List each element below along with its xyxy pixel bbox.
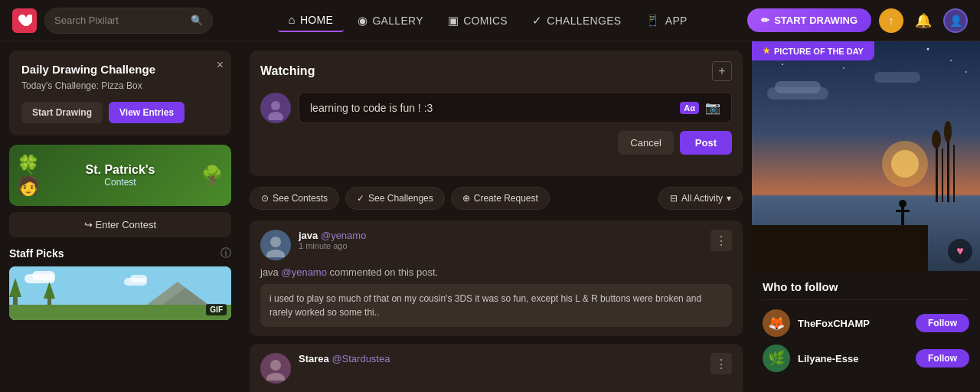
watching-box: Watching + learning to code is fun ! :3 … — [250, 51, 743, 176]
left-sidebar: × Daily Drawing Challenge Today's Challe… — [0, 41, 240, 392]
activity-comment: i used to play so much of that on my cou… — [260, 284, 732, 327]
staff-pick-image: GIF — [9, 266, 231, 320]
activity-more-button[interactable]: ⋮ — [710, 230, 732, 251]
user-avatar[interactable]: 👤 — [943, 8, 968, 33]
nav-gallery-label: GALLERY — [372, 15, 423, 27]
emoji-button[interactable]: Aα — [680, 102, 699, 114]
compose-icons: Aα 📷 — [680, 100, 720, 115]
watching-header: Watching + — [260, 61, 732, 81]
staff-picks-header: Staff Picks ⓘ — [9, 247, 231, 260]
nav-challenges[interactable]: ✓ CHALLENGES — [521, 9, 632, 32]
request-filter-icon: ⊕ — [462, 193, 470, 204]
activity-avatar — [260, 230, 291, 260]
heart-button[interactable]: ♥ — [948, 239, 972, 263]
compose-input[interactable]: learning to code is fun ! :3 Aα 📷 — [299, 92, 732, 123]
start-drawing-challenge-button[interactable]: Start Drawing — [21, 102, 103, 123]
app-icon: 📱 — [645, 14, 660, 28]
activity-meta: java @yenamo 1 minute ago — [299, 230, 703, 250]
right-sidebar: ★ PICTURE OF THE DAY — [752, 41, 980, 392]
svg-rect-5 — [130, 275, 147, 283]
daily-challenge-buttons: Start Drawing View Entries — [21, 102, 219, 123]
star-icon: ★ — [763, 46, 770, 56]
see-challenges-label: See Challenges — [368, 193, 433, 204]
svg-point-39 — [843, 67, 844, 69]
activity-handle: @yenamo — [321, 230, 366, 241]
close-challenge-button[interactable]: × — [217, 58, 224, 72]
svg-rect-28 — [942, 149, 943, 202]
challenges-icon: ✓ — [532, 14, 542, 28]
filter-icon: ⊟ — [670, 193, 678, 204]
daily-challenge-card: × Daily Drawing Challenge Today's Challe… — [9, 51, 231, 136]
notification-button[interactable]: 🔔 — [911, 8, 936, 33]
create-request-button[interactable]: ⊕ Create Request — [451, 187, 550, 210]
logo[interactable] — [12, 8, 37, 33]
nav-home[interactable]: ⌂ HOME — [278, 8, 345, 32]
potd-label: PICTURE OF THE DAY — [774, 47, 864, 56]
nav-challenges-label: CHALLENGES — [547, 15, 621, 27]
svg-point-35 — [899, 200, 906, 207]
follow-name-1: TheFoxCHAMP — [798, 318, 908, 329]
follow-name-2: Lilyane-Esse — [798, 353, 908, 364]
activity-username: java — [299, 230, 318, 241]
see-challenges-button[interactable]: ✓ See Challenges — [345, 187, 445, 210]
center-panel: Watching + learning to code is fun ! :3 … — [240, 41, 752, 392]
svg-point-41 — [950, 60, 952, 61]
svg-rect-3 — [32, 271, 55, 280]
pencil-icon: ✏ — [761, 15, 769, 26]
navbar: 🔍 ⌂ HOME ◉ GALLERY ▣ COMICS ✓ CHALLENGES… — [0, 0, 980, 41]
svg-point-21 — [891, 150, 919, 178]
start-drawing-label: START DRAWING — [774, 15, 858, 26]
search-input[interactable] — [54, 15, 186, 26]
filter-bar: ⊙ See Contests ✓ See Challenges ⊕ Create… — [250, 187, 743, 210]
activity-username-2: Starea — [299, 353, 329, 364]
contest-title: St. Patrick's — [86, 163, 155, 177]
follow-button-2[interactable]: Follow — [916, 349, 969, 368]
staff-pick-svg — [9, 266, 231, 320]
svg-rect-29 — [947, 133, 949, 202]
follow-button-1[interactable]: Follow — [916, 314, 969, 332]
start-drawing-button[interactable]: ✏ START DRAWING — [747, 8, 871, 32]
nav-gallery[interactable]: ◉ GALLERY — [347, 9, 434, 32]
compose-area: learning to code is fun ! :3 Aα 📷 — [260, 92, 732, 123]
nav-comics[interactable]: ▣ COMICS — [437, 9, 518, 32]
activity-item-2-header: Starea @Stardustea ⋮ — [260, 353, 732, 384]
follow-avatar-2: 🌿 — [763, 345, 790, 372]
potd-image — [752, 41, 980, 271]
all-activity-dropdown[interactable]: ⊟ All Activity ▾ — [658, 187, 743, 210]
heart-icon: ♥ — [956, 244, 964, 258]
who-to-follow-title: Who to follow — [763, 280, 969, 300]
cancel-post-button[interactable]: Cancel — [618, 131, 673, 155]
staff-picks-info-icon[interactable]: ⓘ — [220, 247, 231, 260]
nav-app[interactable]: 📱 APP — [635, 9, 697, 32]
activity-handle-2: @Stardustea — [332, 353, 390, 364]
follow-item-2: 🌿 Lilyane-Esse Follow — [763, 345, 969, 372]
search-bar[interactable]: 🔍 — [44, 8, 213, 34]
activity-more-button-2[interactable]: ⋮ — [710, 353, 732, 374]
follow-avatar-1: 🦊 — [763, 309, 790, 337]
upload-button[interactable]: ↑ — [879, 8, 903, 33]
staff-picks-title: Staff Picks — [9, 247, 64, 260]
svg-point-17 — [270, 360, 281, 371]
post-button[interactable]: Post — [680, 131, 732, 155]
activity-avatar-2 — [260, 353, 291, 384]
potd-banner: ★ PICTURE OF THE DAY — [752, 41, 980, 271]
follow-item-1: 🦊 TheFoxCHAMP Follow — [763, 309, 969, 337]
comics-icon: ▣ — [448, 14, 459, 28]
see-contests-label: See Contests — [273, 193, 328, 204]
svg-rect-24 — [874, 72, 920, 83]
nav-links: ⌂ HOME ◉ GALLERY ▣ COMICS ✓ CHALLENGES 📱… — [228, 8, 747, 32]
svg-rect-23 — [775, 81, 821, 93]
activity-handle-link[interactable]: @yenamo — [281, 266, 326, 278]
nav-comics-label: COMICS — [463, 15, 508, 27]
add-watching-button[interactable]: + — [712, 61, 732, 81]
svg-point-43 — [927, 48, 929, 51]
enter-contest-button[interactable]: ↪ Enter Contest — [9, 212, 231, 237]
avatar-image: 👤 — [949, 15, 962, 27]
activity-meta-2: Starea @Stardustea — [299, 353, 703, 364]
dropdown-icon: ▾ — [727, 193, 731, 204]
see-contests-button[interactable]: ⊙ See Contests — [250, 187, 339, 210]
create-request-label: Create Request — [474, 193, 538, 204]
view-entries-button[interactable]: View Entries — [109, 102, 185, 123]
camera-button[interactable]: 📷 — [705, 100, 720, 115]
who-to-follow-section: Who to follow 🦊 TheFoxCHAMP Follow 🌿 Lil… — [752, 271, 980, 389]
